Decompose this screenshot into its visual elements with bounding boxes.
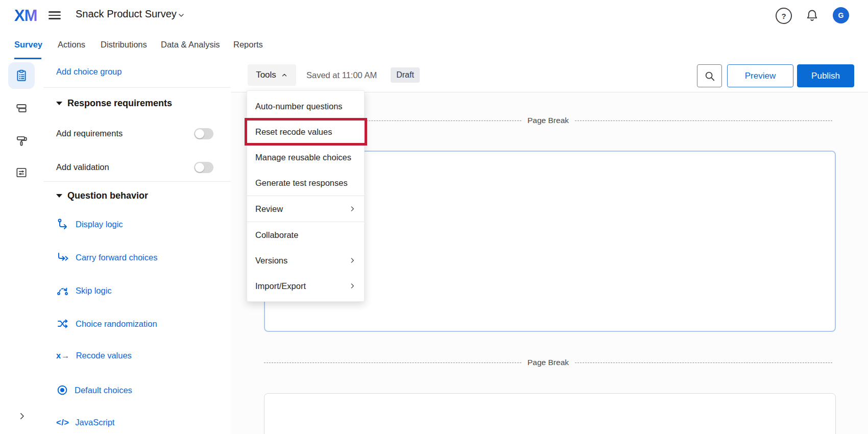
add-choice-group-link[interactable]: Add choice group [56, 67, 122, 77]
xm-logo: XM [14, 7, 37, 25]
caret-down-icon [56, 194, 62, 198]
menu-item-collaborate[interactable]: Collaborate [247, 222, 364, 248]
menu-item-import-export[interactable]: Import/Export [247, 273, 364, 299]
blocks-icon [15, 102, 28, 115]
sidebar-item-javascript[interactable]: </> JavaScript [56, 418, 114, 427]
tab-actions[interactable]: Actions [58, 40, 85, 50]
survey-title[interactable]: Snack Product Survey [76, 8, 177, 20]
look-and-feel-button[interactable] [15, 134, 28, 148]
notifications-button[interactable] [805, 8, 819, 22]
menu-item-review[interactable]: Review [247, 196, 364, 222]
menu-item-versions[interactable]: Versions [247, 248, 364, 273]
menu-item-auto-number-questions[interactable]: Auto-number questions [247, 93, 364, 119]
tools-menu: Auto-number questions Reset recode value… [247, 90, 365, 302]
bell-icon [805, 8, 819, 22]
chevron-right-icon [349, 282, 356, 290]
sidebar-item-default-choices[interactable]: Default choices [56, 384, 132, 396]
survey-options-button[interactable] [15, 166, 28, 179]
chevron-right-icon [349, 257, 356, 264]
code-icon: </> [56, 418, 69, 427]
preview-button[interactable]: Preview [727, 64, 793, 87]
active-tab-underline [14, 58, 41, 59]
radio-selected-icon [56, 384, 68, 396]
sidebar-item-skip-logic[interactable]: Skip logic [56, 284, 112, 297]
caret-down-icon [56, 102, 62, 105]
display-logic-icon [56, 218, 69, 230]
menu-item-reset-recode-values[interactable]: Reset recode values [247, 119, 364, 144]
menu-item-manage-reusable-choices[interactable]: Manage reusable choices [247, 144, 364, 170]
clipboard-list-icon [15, 69, 28, 82]
qualtrics-survey-editor: XM Snack Product Survey ? G Survey Actio… [0, 0, 868, 434]
add-requirements-label: Add requirements [56, 129, 123, 138]
sidebar-item-choice-randomization[interactable]: Choice randomization [56, 318, 157, 330]
x-arrow-icon: x→ [56, 351, 70, 360]
tab-reports[interactable]: Reports [233, 40, 263, 50]
section-question-behavior[interactable]: Question behavior [56, 190, 148, 201]
chevron-right-icon [17, 412, 27, 421]
menu-item-generate-test-responses[interactable]: Generate test responses [247, 170, 364, 196]
survey-builder-button[interactable] [15, 69, 28, 82]
question-editing-pane [43, 60, 231, 434]
expand-rail-button[interactable] [17, 412, 27, 421]
add-requirements-toggle[interactable] [194, 128, 213, 139]
chevron-right-icon [349, 205, 356, 212]
search-icon [704, 70, 715, 82]
sidebar-item-recode-values[interactable]: x→ Recode values [56, 351, 132, 360]
sidebar-item-carry-forward-choices[interactable]: Carry forward choices [56, 251, 157, 263]
blocks-button[interactable] [15, 102, 28, 115]
question-mark-icon: ? [781, 12, 786, 20]
add-validation-toggle[interactable] [194, 162, 213, 173]
publish-button[interactable]: Publish [797, 64, 854, 87]
chevron-up-icon [281, 71, 288, 79]
paint-roller-icon [15, 134, 28, 148]
skip-logic-icon [56, 284, 69, 297]
section-response-requirements[interactable]: Response requirements [56, 98, 172, 109]
tab-data-analysis[interactable]: Data & Analysis [161, 40, 220, 50]
divider [44, 181, 231, 182]
search-button[interactable] [697, 64, 722, 87]
sliders-icon [15, 166, 28, 179]
divider [44, 87, 231, 88]
help-button[interactable]: ? [776, 8, 792, 24]
question-card-q8[interactable] [264, 393, 836, 434]
sidebar-item-display-logic[interactable]: Display logic [56, 218, 123, 230]
draft-badge: Draft [391, 67, 420, 83]
avatar[interactable]: G [833, 7, 849, 23]
chevron-down-icon[interactable] [177, 11, 185, 19]
tools-button[interactable]: Tools [248, 64, 296, 86]
hamburger-menu-icon[interactable] [49, 11, 61, 20]
tab-survey[interactable]: Survey [14, 40, 42, 50]
page-break: Page Break [264, 358, 832, 367]
left-icon-rail [0, 60, 44, 434]
carry-forward-icon [56, 251, 69, 263]
shuffle-icon [56, 318, 69, 330]
save-status: Saved at 11:00 AM [306, 70, 377, 80]
add-validation-label: Add validation [56, 162, 109, 172]
tab-distributions[interactable]: Distributions [101, 40, 147, 50]
